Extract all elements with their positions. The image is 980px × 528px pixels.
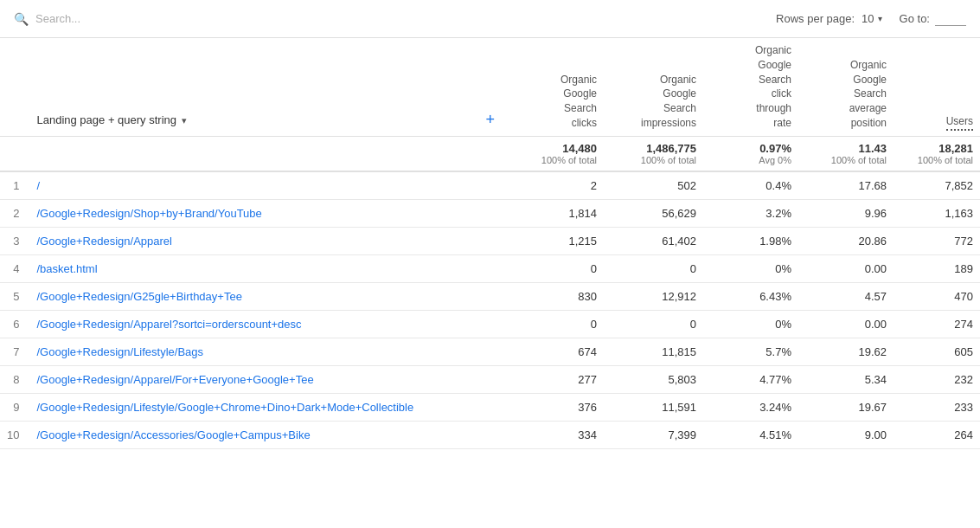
search-box[interactable]: 🔍 Search... (14, 12, 80, 26)
users-col-header: Users (894, 38, 980, 136)
row-ctr: 0% (703, 310, 798, 338)
go-to-input[interactable] (935, 12, 966, 26)
table-row: 6 /Google+Redesign/Apparel?sortci=orders… (0, 310, 980, 338)
go-to-label: Go to: (900, 12, 930, 25)
row-dimension[interactable]: /Google+Redesign/Accessories/Google+Camp… (29, 421, 509, 448)
row-users: 605 (894, 338, 980, 365)
dimension-label: Landing page + query string (36, 113, 176, 128)
totals-dimension-cell (29, 136, 509, 171)
impressions-col-header: OrganicGoogleSearchimpressions (604, 38, 703, 136)
row-impressions: 5,803 (604, 365, 703, 393)
users-label: Users (946, 115, 973, 131)
row-position: 19.67 (798, 393, 894, 421)
row-ctr: 1.98% (703, 227, 798, 254)
row-dimension[interactable]: /Google+Redesign/Shop+by+Brand/YouTube (29, 199, 509, 227)
table-row: 4 /basket.html 0 0 0% 0.00 189 (0, 254, 980, 282)
row-impressions: 0 (604, 254, 703, 282)
row-position: 5.34 (798, 365, 894, 393)
dimension-dropdown-arrow[interactable]: ▾ (182, 114, 187, 126)
row-index: 5 (0, 282, 29, 310)
row-impressions: 0 (604, 310, 703, 338)
table-body: 1 / 2 502 0.4% 17.68 7,852 2 /Google+Red… (0, 171, 980, 449)
total-impressions-sub: 100% of total (611, 155, 696, 165)
totals-users-cell: 18,281 100% of total (894, 136, 980, 171)
row-clicks: 0 (509, 254, 604, 282)
table-row: 1 / 2 502 0.4% 17.68 7,852 (0, 171, 980, 200)
row-clicks: 277 (509, 365, 604, 393)
index-col-header (0, 38, 29, 136)
total-users: 18,281 (938, 142, 973, 155)
row-clicks: 376 (509, 393, 604, 421)
row-users: 189 (894, 254, 980, 282)
row-dimension[interactable]: /Google+Redesign/G25gle+Birthday+Tee (29, 282, 509, 310)
row-ctr: 0% (703, 254, 798, 282)
position-col-header: OrganicGoogleSearchaverageposition (798, 38, 894, 136)
ctr-col-header: OrganicGoogleSearchclickthroughrate (703, 38, 798, 136)
row-clicks: 334 (509, 421, 604, 448)
total-users-sub: 100% of total (900, 155, 973, 165)
row-index: 4 (0, 254, 29, 282)
row-clicks: 1,814 (509, 199, 604, 227)
row-index: 10 (0, 421, 29, 448)
row-dimension[interactable]: /Google+Redesign/Apparel?sortci=ordersco… (29, 310, 509, 338)
row-position: 0.00 (798, 254, 894, 282)
table-row: 2 /Google+Redesign/Shop+by+Brand/YouTube… (0, 199, 980, 227)
row-users: 470 (894, 282, 980, 310)
dimension-col-header: Landing page + query string ▾ + (29, 38, 509, 136)
totals-impressions-cell: 1,486,775 100% of total (604, 136, 703, 171)
row-clicks: 674 (509, 338, 604, 365)
row-clicks: 2 (509, 171, 604, 200)
row-ctr: 4.77% (703, 365, 798, 393)
row-index: 9 (0, 393, 29, 421)
main-table-wrap: Landing page + query string ▾ + OrganicG… (0, 38, 980, 449)
table-row: 8 /Google+Redesign/Apparel/For+Everyone+… (0, 365, 980, 393)
row-dimension[interactable]: /Google+Redesign/Lifestyle/Bags (29, 338, 509, 365)
row-ctr: 5.7% (703, 338, 798, 365)
row-position: 17.68 (798, 171, 894, 200)
row-ctr: 3.24% (703, 393, 798, 421)
row-users: 1,163 (894, 199, 980, 227)
totals-ctr-cell: 0.97% Avg 0% (703, 136, 798, 171)
row-dimension[interactable]: / (29, 171, 509, 200)
row-ctr: 0.4% (703, 171, 798, 200)
row-impressions: 11,815 (604, 338, 703, 365)
top-bar: 🔍 Search... Rows per page: 10 ▾ Go to: (0, 0, 980, 38)
row-ctr: 3.2% (703, 199, 798, 227)
row-impressions: 61,402 (604, 227, 703, 254)
total-ctr: 0.97% (759, 142, 791, 155)
add-dimension-button[interactable]: + (485, 110, 502, 130)
row-dimension[interactable]: /Google+Redesign/Apparel/For+Everyone+Go… (29, 365, 509, 393)
row-position: 0.00 (798, 310, 894, 338)
row-dimension[interactable]: /Google+Redesign/Apparel (29, 227, 509, 254)
table-row: 9 /Google+Redesign/Lifestyle/Google+Chro… (0, 393, 980, 421)
rows-dropdown-arrow[interactable]: ▾ (878, 14, 882, 23)
row-position: 19.62 (798, 338, 894, 365)
rows-per-page-control: Rows per page: 10 ▾ (776, 12, 882, 25)
go-to-control: Go to: (900, 12, 966, 26)
total-ctr-sub: Avg 0% (710, 155, 791, 165)
row-users: 772 (894, 227, 980, 254)
rows-select[interactable]: 10 ▾ (862, 12, 881, 25)
row-users: 264 (894, 421, 980, 448)
row-dimension[interactable]: /basket.html (29, 254, 509, 282)
row-impressions: 12,912 (604, 282, 703, 310)
row-impressions: 7,399 (604, 421, 703, 448)
row-index: 3 (0, 227, 29, 254)
row-index: 2 (0, 199, 29, 227)
row-index: 8 (0, 365, 29, 393)
row-dimension[interactable]: /Google+Redesign/Lifestyle/Google+Chrome… (29, 393, 509, 421)
row-users: 7,852 (894, 171, 980, 200)
table-row: 3 /Google+Redesign/Apparel 1,215 61,402 … (0, 227, 980, 254)
table-row: 7 /Google+Redesign/Lifestyle/Bags 674 11… (0, 338, 980, 365)
search-icon: 🔍 (14, 12, 29, 26)
row-users: 274 (894, 310, 980, 338)
totals-position-cell: 11.43 100% of total (798, 136, 894, 171)
column-header-row: Landing page + query string ▾ + OrganicG… (0, 38, 980, 136)
rows-per-page-label: Rows per page: (776, 12, 855, 25)
totals-index-cell (0, 136, 29, 171)
row-position: 4.57 (798, 282, 894, 310)
table-row: 5 /Google+Redesign/G25gle+Birthday+Tee 8… (0, 282, 980, 310)
row-ctr: 6.43% (703, 282, 798, 310)
row-position: 9.00 (798, 421, 894, 448)
row-clicks: 0 (509, 310, 604, 338)
